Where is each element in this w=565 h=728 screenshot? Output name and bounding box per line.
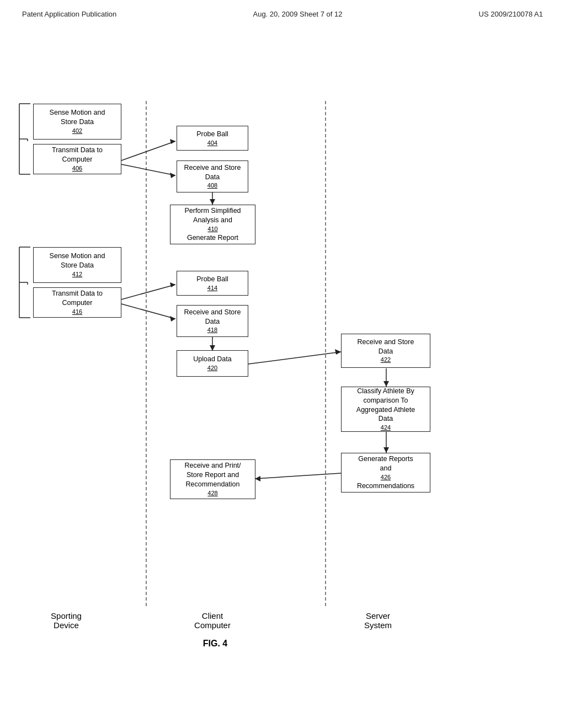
- svg-marker-17: [383, 381, 389, 387]
- svg-marker-15: [335, 349, 341, 355]
- box-424: Classify Athlete Bycomparison ToAggregat…: [341, 387, 430, 432]
- svg-marker-5: [170, 173, 175, 178]
- fig-label: FIG. 4: [177, 639, 254, 649]
- box-422: Receive and StoreData 422: [341, 334, 430, 368]
- box-412: Sense Motion andStore Data 412: [33, 247, 121, 283]
- col-server-system: ServerSystem: [342, 611, 414, 630]
- box-414: Probe Ball 414: [177, 271, 248, 296]
- header-left: Patent Application Publication: [22, 10, 116, 18]
- box-406: Transmit Data toComputer 406: [33, 144, 121, 174]
- col-client-computer: ClientComputer: [177, 611, 248, 630]
- box-410: Perform SimplifiedAnalysis and 410 Gener…: [170, 205, 255, 244]
- svg-line-20: [255, 473, 341, 479]
- svg-marker-11: [170, 316, 175, 322]
- box-404: Probe Ball 404: [177, 126, 248, 151]
- svg-marker-19: [383, 447, 389, 453]
- box-416: Transmit Data toComputer 416: [33, 287, 121, 318]
- svg-line-2: [121, 141, 175, 160]
- box-408: Receive and StoreData 408: [177, 160, 248, 192]
- svg-line-10: [121, 304, 175, 319]
- svg-line-8: [121, 285, 175, 299]
- svg-line-14: [248, 352, 341, 364]
- header-middle: Aug. 20, 2009 Sheet 7 of 12: [253, 10, 342, 18]
- col-sporting-device: SportingDevice: [30, 611, 102, 630]
- svg-line-4: [121, 164, 175, 175]
- box-426: Generate Reportsand 426 Recommendations: [341, 453, 430, 493]
- box-418: Receive and StoreData 418: [177, 305, 248, 337]
- svg-marker-21: [255, 476, 260, 481]
- svg-marker-3: [170, 139, 175, 144]
- box-402: Sense Motion andStore Data 402: [33, 104, 121, 140]
- svg-marker-7: [210, 199, 215, 205]
- diagram-area: Sense Motion andStore Data 402 Transmit …: [0, 24, 565, 675]
- box-428: Receive and Print/Store Report andRecomm…: [170, 459, 255, 499]
- header: Patent Application Publication Aug. 20, …: [0, 0, 565, 18]
- svg-marker-9: [170, 282, 175, 287]
- header-right: US 2009/210078 A1: [479, 10, 543, 18]
- box-420: Upload Data 420: [177, 350, 248, 377]
